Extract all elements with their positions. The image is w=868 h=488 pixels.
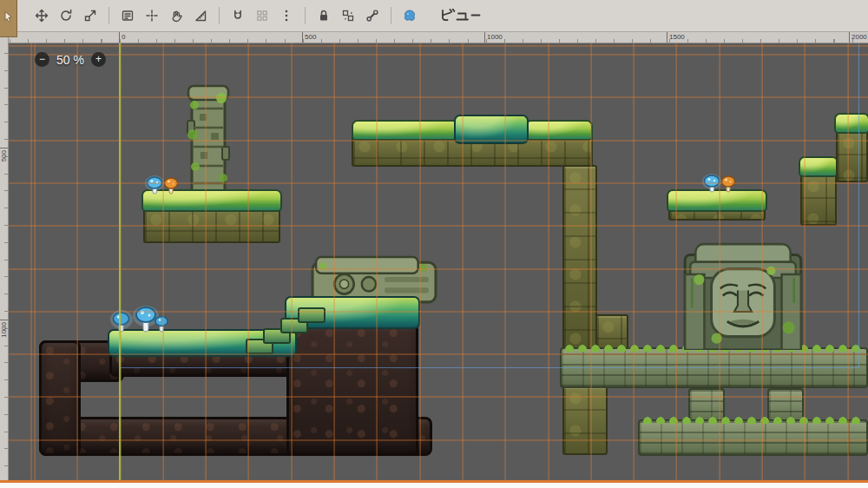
bone-tool-button[interactable] xyxy=(361,4,384,27)
bone-icon xyxy=(365,9,379,23)
rotate-icon xyxy=(59,9,73,23)
top-platform-grass-left xyxy=(352,120,459,141)
list-icon xyxy=(121,9,135,23)
lower-left-column xyxy=(562,386,608,455)
ruler-label: 500 xyxy=(305,33,316,42)
paint-tool-button[interactable] xyxy=(398,4,421,27)
left-dirt-column xyxy=(39,340,81,456)
blob-icon xyxy=(403,9,417,23)
h-ruler-mark-0: 0 xyxy=(119,32,154,43)
zoom-level[interactable]: 50 % xyxy=(56,53,84,67)
h-ruler-mark-1500: 1500 xyxy=(667,32,701,43)
ruler-label: 500 xyxy=(0,150,8,162)
totem-pillar xyxy=(185,84,232,202)
zoom-control: − 50 % + xyxy=(35,52,106,67)
viewport-canvas[interactable]: − 50 % + xyxy=(9,43,868,480)
view-menu-label-glyph xyxy=(439,9,481,23)
vertical-ruler[interactable]: 5001000 xyxy=(0,32,9,480)
magnet-icon xyxy=(231,9,245,23)
stair-step-4 xyxy=(298,307,326,323)
snap-options-tool-button[interactable] xyxy=(275,4,298,27)
lock-tool-button[interactable] xyxy=(312,4,335,27)
mushrooms-blue-cluster xyxy=(109,304,172,333)
rotate-tool-button[interactable] xyxy=(55,4,77,27)
zoom-out-button[interactable]: − xyxy=(35,52,49,67)
middle-dirt-block xyxy=(286,323,418,456)
scene-layer xyxy=(9,43,868,480)
group-tool-button[interactable] xyxy=(337,4,359,27)
stair-block-top-body xyxy=(836,130,868,182)
platform-a-body xyxy=(143,207,280,243)
ruler-label: 2000 xyxy=(852,33,867,42)
hand-icon xyxy=(169,9,183,23)
h-ruler-mark-2000: 2000 xyxy=(849,32,868,43)
grid-icon xyxy=(255,9,269,23)
stair-block-top-grass xyxy=(834,113,868,134)
scale-icon xyxy=(83,9,97,23)
select-tool-button[interactable] xyxy=(0,0,17,37)
mushrooms-pair-1 xyxy=(144,172,181,196)
smart-snap-tool-button[interactable] xyxy=(227,4,249,27)
ruler-tool-button[interactable] xyxy=(189,4,212,27)
h-ruler-mark-1000: 1000 xyxy=(484,32,519,43)
stair-block-mid-grass xyxy=(799,156,838,177)
lock-icon xyxy=(317,9,331,23)
v-ruler-mark-500: 500 xyxy=(0,148,8,182)
zoom-in-button[interactable]: + xyxy=(91,52,106,67)
base-bar xyxy=(638,419,868,456)
editor-window: 0500100015002000 5001000 xyxy=(0,0,868,488)
ruler-label: 1000 xyxy=(487,33,503,42)
toolbar-separator xyxy=(305,7,306,24)
under-statue-bar xyxy=(560,347,868,388)
right-wall-column xyxy=(562,165,597,353)
scale-tool-button[interactable] xyxy=(79,4,102,27)
pivot-icon xyxy=(145,9,159,23)
toolbar-separator xyxy=(391,7,391,24)
toolbar-buttons xyxy=(30,4,422,27)
move-tool-button[interactable] xyxy=(30,4,53,27)
horizontal-ruler[interactable]: 0500100015002000 xyxy=(9,32,868,43)
group-icon xyxy=(341,9,355,23)
toolbar xyxy=(0,0,868,32)
ruler-label: 0 xyxy=(122,33,125,42)
top-platform-teal xyxy=(454,115,529,144)
pivot-tool-button[interactable] xyxy=(141,4,163,27)
mushrooms-pair-2 xyxy=(701,170,738,195)
ruler-icon xyxy=(194,9,207,23)
v-ruler-mark-1000: 1000 xyxy=(0,320,8,354)
toolbar-separator xyxy=(219,7,220,24)
cursor-icon xyxy=(3,10,14,26)
view-menu-button[interactable] xyxy=(432,4,488,27)
top-platform-grass-right xyxy=(525,120,593,141)
move-icon xyxy=(35,9,49,23)
bottom-panel-edge xyxy=(0,480,868,488)
grid-snap-tool-button xyxy=(251,4,273,27)
ruler-label: 1500 xyxy=(669,33,685,42)
h-ruler-mark-500: 500 xyxy=(302,32,337,43)
stone-head-statue xyxy=(673,239,813,350)
toolbar-separator xyxy=(108,7,109,24)
stair-block-mid-body xyxy=(800,174,837,226)
pan-tool-button[interactable] xyxy=(165,4,187,27)
ruler-label: 1000 xyxy=(0,322,8,338)
list-select-tool-button[interactable] xyxy=(116,4,139,27)
dots-icon xyxy=(279,9,293,23)
